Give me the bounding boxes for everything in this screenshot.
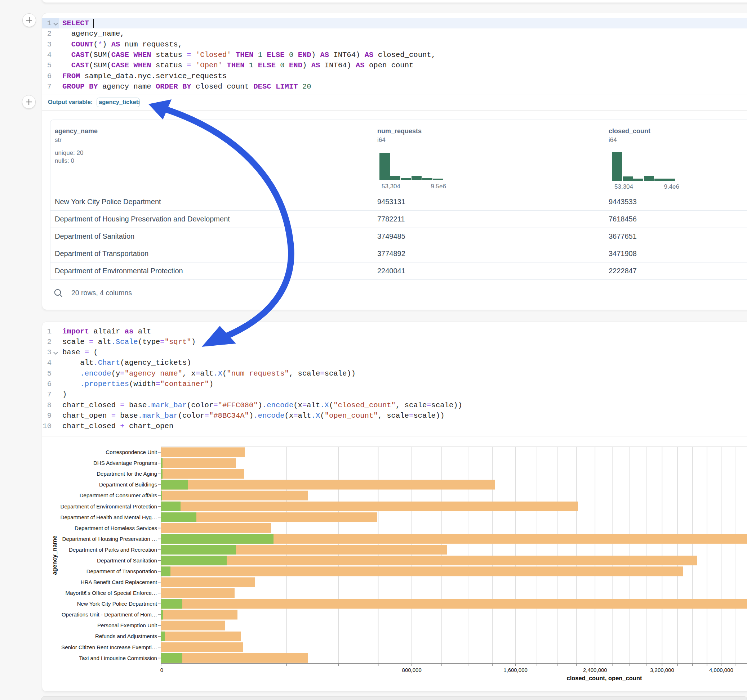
svg-text:Refunds and Adjustments: Refunds and Adjustments: [95, 633, 157, 639]
svg-text:Personal Exemption Unit: Personal Exemption Unit: [97, 622, 157, 628]
svg-text:Department of Buildings: Department of Buildings: [99, 481, 157, 487]
svg-text:3,200,000: 3,200,000: [650, 667, 674, 673]
svg-text:1,600,000: 1,600,000: [504, 667, 528, 673]
svg-text:New York City Police Departmen: New York City Police Department: [77, 600, 157, 607]
svg-text:Department of Homeless Service: Department of Homeless Services: [75, 525, 157, 531]
svg-text:Mayorâ€ s Office of Special En: Mayorâ€ s Office of Special Enforce…: [66, 590, 157, 596]
svg-text:Department of Sanitation: Department of Sanitation: [97, 557, 157, 564]
svg-text:4,000,000: 4,000,000: [709, 667, 733, 673]
svg-text:Department of Health and Menta: Department of Health and Mental Hyg…: [60, 514, 157, 520]
svg-text:DHS Advantage Programs: DHS Advantage Programs: [93, 460, 157, 466]
svg-text:Department of Housing Preserva: Department of Housing Preservation …: [62, 536, 157, 542]
svg-text:800,000: 800,000: [402, 667, 422, 673]
svg-text:Taxi and Limousine Commission: Taxi and Limousine Commission: [79, 655, 157, 661]
svg-text:0: 0: [160, 667, 163, 673]
svg-text:agency_name: agency_name: [51, 536, 57, 575]
svg-text:Operations Unit - Department o: Operations Unit - Department of Hom…: [62, 611, 157, 617]
svg-text:Department of Environmental Pr: Department of Environmental Protection: [60, 503, 157, 510]
svg-text:closed_count, open_count: closed_count, open_count: [567, 675, 642, 681]
svg-text:2,400,000: 2,400,000: [583, 667, 607, 673]
svg-text:Department for the Aging: Department for the Aging: [97, 471, 157, 477]
svg-text:Correspondence Unit: Correspondence Unit: [106, 449, 157, 455]
svg-text:Department of Consumer Affairs: Department of Consumer Affairs: [80, 492, 157, 498]
svg-text:Senior Citizen Rent Increase E: Senior Citizen Rent Increase Exempti…: [61, 644, 157, 650]
svg-text:Department of Parks and Recrea: Department of Parks and Recreation: [69, 547, 157, 553]
svg-text:HRA Benefit Card Replacement: HRA Benefit Card Replacement: [81, 579, 157, 585]
svg-text:Department of Transportation: Department of Transportation: [86, 568, 157, 574]
